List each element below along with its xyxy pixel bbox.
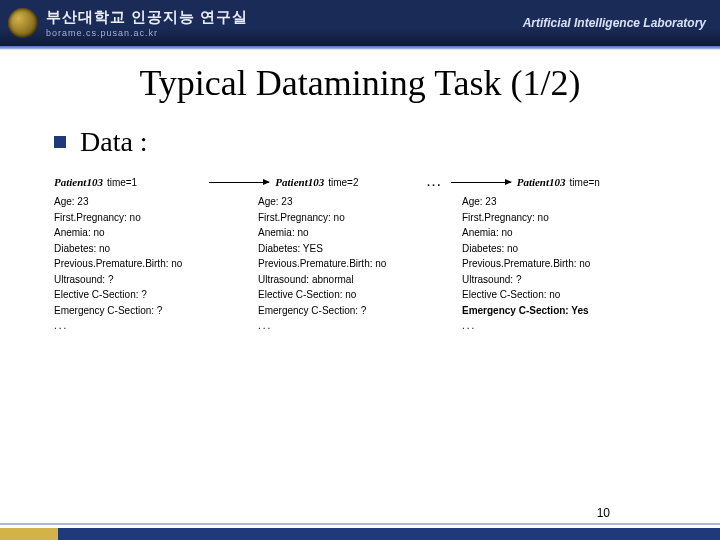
time-1: time=1 (107, 177, 137, 188)
time-n: time=n (570, 177, 600, 188)
patient-id: Patient103 (517, 176, 566, 188)
university-logo-icon (8, 8, 38, 38)
field-anemia: Anemia: no (258, 225, 462, 241)
field-first-pregnancy: First.Pregnancy: no (258, 210, 462, 226)
field-first-pregnancy: First.Pregnancy: no (462, 210, 666, 226)
record-columns: Age: 23 First.Pregnancy: no Anemia: no D… (54, 194, 666, 334)
field-ultrasound: Ultrasound: ? (462, 272, 666, 288)
ellipsis: ... (425, 176, 445, 188)
patient-id: Patient103 (54, 176, 103, 188)
field-anemia: Anemia: no (462, 225, 666, 241)
footer-accent (0, 528, 58, 540)
field-prev-premature: Previous.Premature.Birth: no (258, 256, 462, 272)
field-ultrasound: Ultrasound: abnormal (258, 272, 462, 288)
field-prev-premature: Previous.Premature.Birth: no (54, 256, 258, 272)
patient-id: Patient103 (275, 176, 324, 188)
field-elective-c: Elective C-Section: ? (54, 287, 258, 303)
arrow-icon (209, 182, 269, 183)
footer (0, 523, 720, 540)
field-elective-c: Elective C-Section: no (258, 287, 462, 303)
footer-bar (0, 528, 720, 540)
field-age: Age: 23 (54, 194, 258, 210)
header-divider (0, 46, 720, 50)
field-prev-premature: Previous.Premature.Birth: no (462, 256, 666, 272)
slide-body: Data : Patient103 time=1 Patient103 time… (0, 126, 720, 334)
field-diabetes: Diabetes: no (462, 241, 666, 257)
field-diabetes: Diabetes: YES (258, 241, 462, 257)
header-bar: 부산대학교 인공지능 연구실 borame.cs.pusan.ac.kr Art… (0, 0, 720, 46)
record-col-3: Age: 23 First.Pregnancy: no Anemia: no D… (462, 194, 666, 334)
footer-thin-line (0, 523, 720, 525)
bullet-square-icon (54, 136, 66, 148)
university-url: borame.cs.pusan.ac.kr (46, 28, 158, 38)
timeline-cell-1: Patient103 time=1 (54, 176, 203, 188)
field-ellipsis: ... (54, 318, 258, 334)
field-emergency-c: Emergency C-Section: Yes (462, 303, 666, 319)
field-elective-c: Elective C-Section: no (462, 287, 666, 303)
lab-name: Artificial Intelligence Laboratory (523, 16, 706, 30)
field-diabetes: Diabetes: no (54, 241, 258, 257)
field-age: Age: 23 (258, 194, 462, 210)
record-col-1: Age: 23 First.Pregnancy: no Anemia: no D… (54, 194, 258, 334)
field-first-pregnancy: First.Pregnancy: no (54, 210, 258, 226)
timeline-cell-2: Patient103 time=2 (275, 176, 424, 188)
field-emergency-c: Emergency C-Section: ? (54, 303, 258, 319)
field-ellipsis: ... (258, 318, 462, 334)
time-2: time=2 (328, 177, 358, 188)
field-anemia: Anemia: no (54, 225, 258, 241)
record-col-2: Age: 23 First.Pregnancy: no Anemia: no D… (258, 194, 462, 334)
page-number: 10 (597, 506, 610, 520)
field-age: Age: 23 (462, 194, 666, 210)
timeline-cell-n: Patient103 time=n (517, 176, 666, 188)
field-ultrasound: Ultrasound: ? (54, 272, 258, 288)
timeline-row: Patient103 time=1 Patient103 time=2 ... … (54, 176, 666, 188)
bullet-item: Data : (54, 126, 666, 158)
field-emergency-c: Emergency C-Section: ? (258, 303, 462, 319)
bullet-text: Data : (80, 126, 148, 158)
slide-title: Typical Datamining Task (1/2) (0, 62, 720, 104)
arrow-icon (451, 182, 511, 183)
field-ellipsis: ... (462, 318, 666, 334)
slide: 부산대학교 인공지능 연구실 borame.cs.pusan.ac.kr Art… (0, 0, 720, 540)
university-name: 부산대학교 인공지능 연구실 (46, 8, 248, 27)
